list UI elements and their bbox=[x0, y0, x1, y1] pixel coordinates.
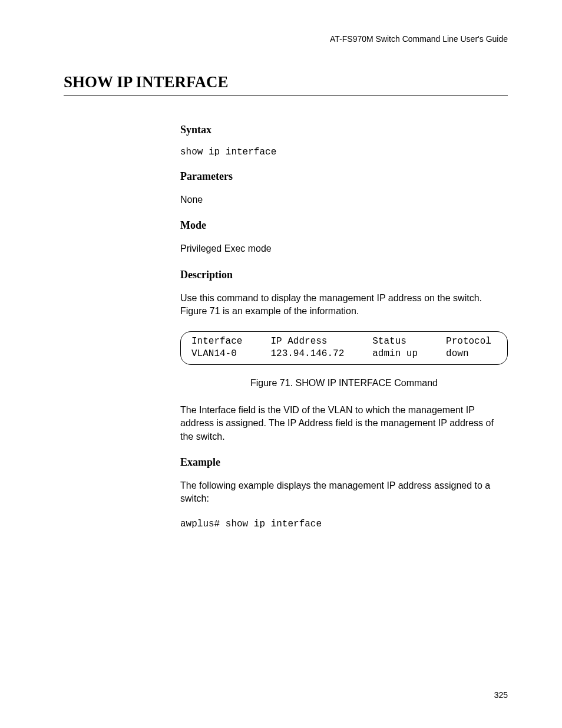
mode-text: Privileged Exec mode bbox=[180, 242, 508, 255]
figure-output-box: Interface IP Address Status Protocol VLA… bbox=[180, 331, 508, 365]
description-intro: Use this command to display the manageme… bbox=[180, 292, 508, 318]
description-post-text: The Interface field is the VID of the VL… bbox=[180, 404, 508, 443]
parameters-text: None bbox=[180, 193, 508, 206]
content-body: Syntax show ip interface Parameters None… bbox=[180, 124, 508, 529]
header-guide-title: AT-FS970M Switch Command Line User's Gui… bbox=[64, 34, 508, 44]
description-heading: Description bbox=[180, 269, 508, 281]
parameters-heading: Parameters bbox=[180, 170, 508, 183]
example-heading: Example bbox=[180, 456, 508, 469]
syntax-command: show ip interface bbox=[180, 147, 508, 157]
page-title: SHOW IP INTERFACE bbox=[64, 73, 508, 95]
example-intro: The following example displays the manag… bbox=[180, 479, 508, 506]
figure-header-row: Interface IP Address Status Protocol bbox=[191, 336, 491, 347]
mode-heading: Mode bbox=[180, 219, 508, 232]
figure-data-row: VLAN14-0 123.94.146.72 admin up down bbox=[191, 348, 468, 359]
figure-caption: Figure 71. SHOW IP INTERFACE Command bbox=[180, 378, 508, 388]
page-number: 325 bbox=[494, 690, 508, 700]
example-command: awplus# show ip interface bbox=[180, 519, 508, 529]
syntax-heading: Syntax bbox=[180, 124, 508, 136]
